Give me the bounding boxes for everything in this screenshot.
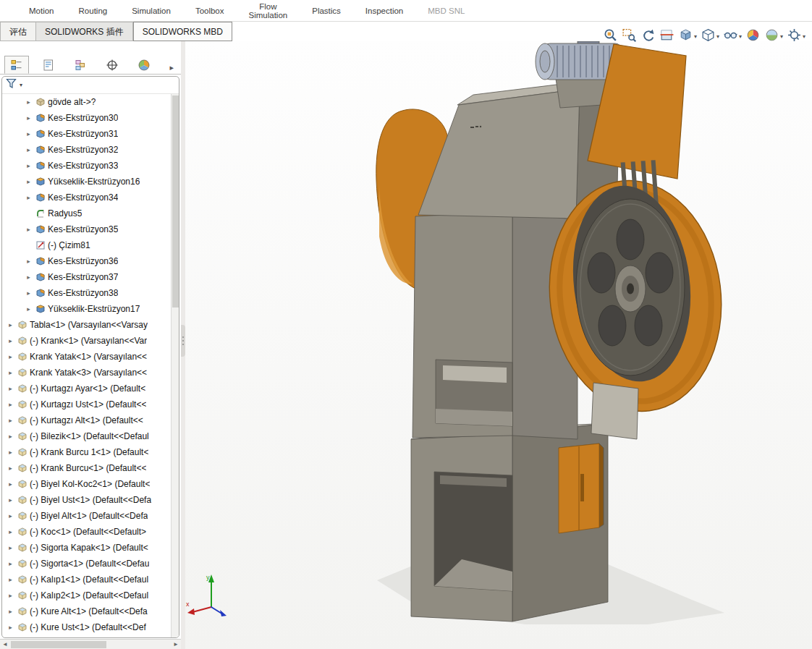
tree-item[interactable]: ▸Kes-Ekstrüzyon32: [2, 142, 171, 158]
expand-arrow-icon[interactable]: ▸: [25, 114, 33, 122]
view-orientation-button[interactable]: ▾: [677, 27, 698, 46]
tree-item[interactable]: ▸(-) Krank Burcu 1<1> (Default<: [2, 444, 171, 460]
appearance-button[interactable]: [745, 27, 761, 46]
expand-arrow-icon[interactable]: ▸: [7, 401, 14, 408]
scroll-left-arrow-icon[interactable]: ◄: [0, 641, 10, 648]
section-view-button[interactable]: [659, 27, 675, 46]
expand-arrow-icon[interactable]: ▸: [7, 353, 14, 360]
tree-item[interactable]: ▸Krank Yatak<1> (Varsayılan<<: [2, 349, 171, 365]
graphics-viewport[interactable]: y x: [185, 41, 812, 649]
expand-arrow-icon[interactable]: ▸: [7, 417, 14, 424]
expand-arrow-icon[interactable]: ▸: [7, 560, 14, 567]
tree-item[interactable]: ▸Yükseklik-Ekstrüzyon17: [2, 301, 171, 317]
expand-arrow-icon[interactable]: ▸: [7, 433, 14, 440]
display-style-button[interactable]: ▾: [700, 27, 720, 46]
expand-arrow-icon[interactable]: ▸: [25, 162, 33, 169]
ribbon-tab-simulation[interactable]: Simulation: [132, 7, 171, 15]
tree-item[interactable]: ▸(-) Kurtagzı Ust<1> (Default<<: [2, 396, 171, 412]
dropdown-caret-icon[interactable]: ▾: [780, 33, 783, 40]
tree-item[interactable]: ▸Tabla<1> (Varsayılan<<Varsay: [2, 317, 171, 333]
expand-arrow-icon[interactable]: ▸: [7, 321, 14, 328]
expand-arrow-icon[interactable]: ▸: [25, 273, 33, 281]
expand-arrow-icon[interactable]: ▸: [7, 608, 14, 615]
expand-arrow-icon[interactable]: ▸: [7, 528, 14, 535]
zoom-to-fit-button[interactable]: [602, 27, 619, 46]
expand-arrow-icon[interactable]: ▸: [7, 544, 14, 551]
tree-item[interactable]: ▸Kes-Ekstrüzyon34: [2, 190, 171, 205]
panel-tab-displaymanager[interactable]: [132, 56, 156, 74]
side-plate[interactable]: [591, 383, 638, 439]
filter-dropdown-caret[interactable]: ▾: [20, 82, 22, 88]
tree-item[interactable]: ▸(-) Biyel Ust<1> (Default<<Defa: [2, 492, 171, 508]
panel-tab-configurationmanager[interactable]: [68, 56, 93, 74]
tree-item[interactable]: ▸(-) Krank Burcu<1> (Default<<: [2, 460, 171, 476]
expand-arrow-icon[interactable]: ▸: [7, 512, 14, 519]
ribbon-tab-inspection[interactable]: Inspection: [365, 7, 403, 15]
dropdown-caret-icon[interactable]: ▾: [716, 33, 719, 40]
dropdown-caret-icon[interactable]: ▾: [694, 33, 697, 40]
expand-arrow-icon[interactable]: ▸: [7, 465, 14, 472]
expand-arrow-icon[interactable]: ▸: [7, 449, 14, 456]
access-door[interactable]: [559, 444, 604, 533]
panel-tab-overflow-chevron-icon[interactable]: ▸: [166, 61, 177, 74]
expand-arrow-icon[interactable]: ▸: [7, 576, 14, 583]
expand-arrow-icon[interactable]: ▸: [25, 98, 33, 106]
view-settings-button[interactable]: ▾: [786, 27, 806, 46]
expand-arrow-icon[interactable]: ▸: [25, 258, 33, 265]
ribbon-tab-mbd-snl[interactable]: MBD SNL: [428, 7, 465, 15]
flywheel[interactable]: [576, 199, 685, 376]
tree-item[interactable]: ▸(-) Kalıp2<1> (Default<<Defaul: [2, 588, 171, 603]
tree-item[interactable]: ▸(-) Bilezik<1> (Default<<Defaul: [2, 428, 171, 444]
scroll-right-arrow-icon[interactable]: ►: [171, 641, 181, 648]
expand-arrow-icon[interactable]: ▸: [25, 289, 33, 297]
tree-item[interactable]: ▸(-) Kure Alt<1> (Default<<Defa: [2, 603, 171, 619]
expand-arrow-icon[interactable]: ▸: [7, 337, 14, 344]
expand-arrow-icon[interactable]: ▸: [7, 480, 14, 488]
expand-arrow-icon[interactable]: ▸: [25, 146, 33, 153]
expand-arrow-icon[interactable]: ▸: [7, 592, 14, 599]
expand-arrow-icon[interactable]: ▸: [25, 194, 33, 201]
tree-item[interactable]: ▸(-) Biyel Kol-Koc2<1> (Default<: [2, 476, 171, 492]
tree-item[interactable]: ▸Yükseklik-Ekstrüzyon16: [2, 174, 171, 190]
dropdown-caret-icon[interactable]: ▾: [739, 33, 742, 40]
scrollbar-thumb[interactable]: [172, 96, 179, 307]
hide-show-button[interactable]: ▾: [722, 27, 743, 46]
doc-tab-evaluate[interactable]: 评估: [0, 22, 36, 41]
tree-item[interactable]: ▸Kes-Ekstrüzyon31: [2, 126, 171, 142]
tree-item[interactable]: ▸(-) Kalıp1<1> (Default<<Defaul: [2, 572, 171, 588]
expand-arrow-icon[interactable]: ▸: [25, 226, 33, 233]
expand-arrow-icon[interactable]: ▸: [7, 369, 14, 376]
tree-item[interactable]: ▸Kes-Ekstrüzyon30: [2, 110, 171, 126]
tree-item[interactable]: ▸(-) Sigorta<1> (Default<<Defau: [2, 556, 171, 572]
panel-tab-dimxpertmanager[interactable]: [100, 56, 124, 74]
tree-item[interactable]: ▸(-) Biyel Alt<1> (Default<<Defa: [2, 508, 171, 524]
tree-item[interactable]: ▸(-) Kure Ust<1> (Default<<Def: [2, 619, 171, 635]
ribbon-tab-routing[interactable]: Routing: [79, 7, 108, 15]
press-model-3d[interactable]: y x: [185, 41, 812, 649]
tree-item[interactable]: ▸(-) Koc<1> (Default<<Default>: [2, 524, 171, 540]
tree-item[interactable]: Radyus5: [2, 205, 171, 221]
tree-item[interactable]: ▸Kes-Ekstrüzyon36: [2, 253, 171, 269]
ribbon-tab-toolbox[interactable]: Toolbox: [195, 7, 224, 15]
filter-funnel-icon[interactable]: [6, 78, 18, 92]
expand-arrow-icon[interactable]: ▸: [25, 130, 33, 137]
dropdown-caret-icon[interactable]: ▾: [803, 33, 805, 40]
tree-item[interactable]: ▸Kes-Ekstrüzyon35: [2, 221, 171, 237]
tree-horizontal-scrollbar[interactable]: ◄ ►: [0, 639, 181, 649]
doc-tab-solidworks-mbd[interactable]: SOLIDWORKS MBD: [133, 22, 232, 41]
expand-arrow-icon[interactable]: ▸: [7, 624, 14, 631]
scrollbar-thumb[interactable]: [11, 641, 106, 648]
panel-tab-propertymanager[interactable]: [36, 56, 61, 74]
tree-item[interactable]: ▸(-) Sigorta Kapak<1> (Default<: [2, 540, 171, 556]
expand-arrow-icon[interactable]: ▸: [25, 305, 33, 313]
tree-item[interactable]: ▸Kes-Ekstrüzyon37: [2, 269, 171, 285]
tree-item[interactable]: ▸Kes-Ekstrüzyon33: [2, 158, 171, 174]
expand-arrow-icon[interactable]: ▸: [7, 496, 14, 504]
tree-item[interactable]: ▸Kes-Ekstrüzyon38: [2, 285, 171, 301]
tree-item[interactable]: (-) Çizim81: [2, 237, 171, 253]
tree-vertical-scrollbar[interactable]: [171, 94, 179, 637]
ribbon-tab-plastics[interactable]: Plastics: [312, 7, 341, 15]
tree-item[interactable]: ▸(-) Kurtagzı Alt<1> (Default<<: [2, 412, 171, 428]
doc-tab-solidworks-addins[interactable]: SOLIDWORKS 插件: [36, 22, 133, 41]
ribbon-tab-motion[interactable]: Motion: [29, 7, 54, 15]
